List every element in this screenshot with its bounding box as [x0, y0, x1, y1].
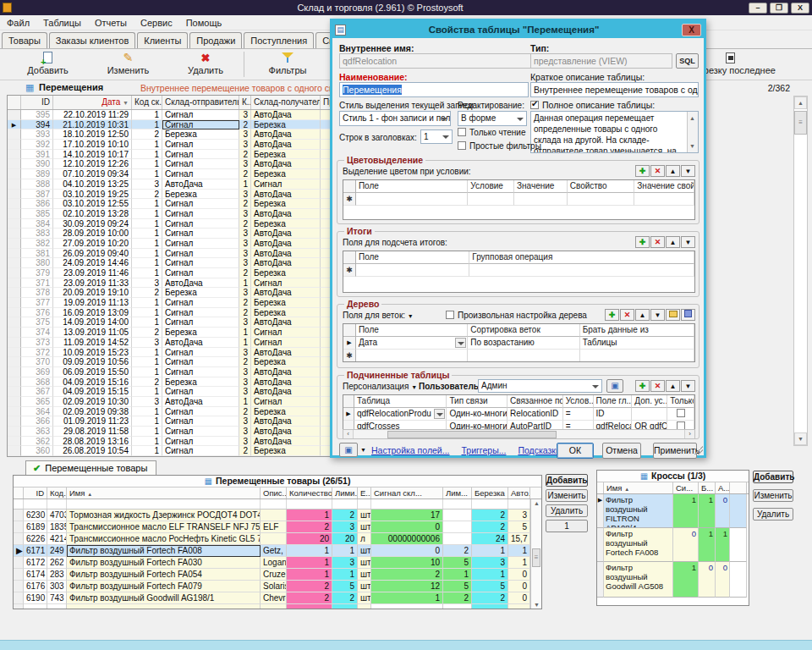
table-row[interactable]: 37616.09.2019 13:091Сигнал2Березка — [8, 308, 354, 318]
items-button-Изменить[interactable]: Изменить — [546, 489, 588, 502]
sql-button[interactable]: SQL — [676, 53, 699, 69]
column-header-Тип связи[interactable]: Тип связи — [447, 395, 508, 408]
table-row[interactable]: 61891835Трансмиссионное масло ELF TRANSE… — [14, 521, 541, 533]
color-rules-grid[interactable]: ПолеУсловиеЗначениеСвойствоЗначение свой… — [343, 179, 695, 220]
table-row[interactable]: Фильтр воздушный Goodwill AG508100 — [597, 562, 749, 598]
table-row[interactable]: 38328.09.2019 10:001Сигнал3АвтоДача — [8, 229, 354, 239]
toolbar-button-Изменить[interactable]: ✎Изменить — [89, 51, 167, 79]
personalization-menu[interactable]: Персонализация ▼ — [343, 382, 417, 391]
column-header-Значение[interactable]: Значение — [514, 180, 568, 193]
delete-row-icon[interactable]: ✕ — [650, 236, 665, 248]
column-header-Поле[interactable]: Поле — [356, 180, 468, 193]
table-row[interactable]: Фильтр воздушный Fortech FA008011 — [597, 528, 749, 562]
name-field[interactable]: Перемещения — [339, 82, 529, 97]
table-row[interactable]: 37009.09.2019 10:561Сигнал2Березка — [8, 357, 354, 367]
crosses-button-Добавить[interactable]: Добавить — [753, 471, 793, 483]
move-down-icon[interactable]: ▼ — [681, 380, 695, 392]
table-row[interactable]: ▶39421.10.2019 10:311Сигнал2Березка — [8, 120, 354, 130]
toolbar-button-Добавить[interactable]: +Добавить — [8, 51, 87, 79]
user-select[interactable]: Админ — [478, 379, 602, 393]
menu-item-Отчеты[interactable]: Отчеты — [88, 16, 134, 30]
ok-button[interactable]: ОК — [557, 443, 594, 459]
move-down-icon[interactable]: ▼ — [650, 309, 665, 321]
table-row[interactable]: 36502.09.2019 10:303АвтоДача1Сигнал — [8, 397, 354, 407]
filter-row[interactable] — [14, 499, 541, 510]
filter-cell[interactable] — [47, 499, 67, 509]
column-header-Поле гл...[interactable]: Поле гл... — [594, 395, 633, 408]
table-row[interactable]: 38227.09.2019 10:201Сигнал3АвтоДача — [8, 239, 354, 249]
move-up-icon[interactable]: ▲ — [666, 380, 680, 392]
table-row[interactable]: 36906.09.2019 15:501Сигнал3АвтоДача — [8, 367, 354, 377]
add-row-icon[interactable]: ✚ — [635, 165, 650, 177]
scrollbar-thumb[interactable]: ≡ — [532, 548, 540, 567]
delete-row-icon[interactable]: ✕ — [650, 165, 665, 177]
delete-row-icon[interactable]: ✕ — [620, 309, 634, 321]
filter-cell[interactable] — [443, 499, 472, 509]
scroll-down-icon[interactable]: ▼ — [794, 432, 807, 445]
minimize-button[interactable]: – — [749, 3, 767, 14]
filter-cell[interactable] — [287, 499, 332, 509]
column-header-Лими...[interactable]: Лими... — [332, 488, 358, 499]
column-header-Опис...[interactable]: Опис... — [261, 488, 287, 499]
table-row[interactable]: 36228.08.2019 13:161Сигнал3АвтоДача — [8, 437, 354, 447]
table-row[interactable]: 38603.10.2019 12:551Сигнал2Березка — [8, 199, 354, 209]
table-row[interactable]: 36704.09.2019 15:151Сигнал3АвтоДача — [8, 387, 354, 397]
add-row-icon[interactable]: ✚ — [635, 236, 650, 248]
resize-grip[interactable] — [694, 446, 703, 454]
readonly-checkbox[interactable]: Только чтение — [458, 128, 525, 137]
items-button-Удалить[interactable]: Удалить — [546, 504, 588, 517]
table-row[interactable]: ▶qdfRelocationProduОдин-ко-многимRelocat… — [343, 408, 694, 421]
table-row[interactable]: 36402.09.2019 09:381Сигнал2Березка — [8, 407, 354, 417]
dropdown-icon[interactable] — [455, 338, 466, 348]
table-row[interactable]: 39114.10.2019 10:171Сигнал2Березка — [8, 150, 354, 160]
table-row[interactable]: 38703.10.2019 19:252Березка3АвтоДача — [8, 190, 354, 200]
move-up-icon[interactable]: ▲ — [666, 236, 680, 248]
table-row[interactable]: 38126.09.2019 09:401Сигнал3АвтоДача — [8, 249, 354, 259]
table-row[interactable]: ▶ДатаПо возрастаниюТаблицы — [343, 337, 694, 350]
items-button-Добавить[interactable]: Добавить — [546, 474, 588, 487]
filter-cell[interactable] — [332, 499, 358, 509]
copy-settings-icon[interactable]: ▣ — [606, 379, 623, 393]
scroll-right-icon[interactable]: › — [684, 430, 694, 438]
subtables-grid[interactable]: ТаблицаТип связиСвязанное полеУслов...По… — [343, 394, 695, 431]
cancel-button[interactable]: Отмена — [602, 443, 641, 459]
table-row[interactable]: 37311.09.2019 14:523АвтоДача1Сигнал — [8, 338, 354, 348]
move-down-icon[interactable]: ▼ — [681, 236, 695, 248]
scroll-left-icon[interactable]: ‹ — [343, 430, 354, 438]
table-row[interactable]: ▶6171249Фильтр воздушный Fortech FA008Ge… — [14, 545, 541, 557]
copy-icon[interactable]: ▣ — [339, 443, 358, 457]
scroll-up-icon[interactable]: ▲ — [794, 96, 807, 109]
column-header-id[interactable]: ID — [21, 96, 53, 109]
rows-in-headers-select[interactable]: 1 — [420, 129, 453, 144]
table-row[interactable]: 37413.09.2019 11:052Березка1Сигнал — [8, 328, 354, 338]
table-row[interactable]: 39012.10.2019 12:261Сигнал3АвтоДача — [8, 159, 354, 169]
table-row[interactable]: 37719.09.2019 11:131Сигнал2Березка — [8, 298, 354, 308]
table-row[interactable]: ▶Фильтр воздушный FILTRON AP108/4110 — [597, 494, 749, 528]
column-header-Доп. ус...[interactable]: Доп. ус... — [632, 395, 667, 408]
tab-Клиенты[interactable]: Клиенты — [137, 32, 188, 48]
tab-Продажи[interactable]: Продажи — [189, 32, 242, 48]
column-header-Количество[interactable]: Количество — [287, 488, 332, 499]
chevron-down-icon[interactable]: ▼ — [360, 447, 366, 453]
column-header-Лим...[interactable]: Лим... — [443, 488, 472, 499]
menu-item-Таблицы[interactable]: Таблицы — [36, 16, 88, 30]
style-select[interactable]: Стиль 1 - фон записи и поля — [339, 111, 451, 126]
table-row[interactable]: 6172262Фильтр воздушный Fortech FA030Log… — [14, 557, 541, 569]
editing-select[interactable]: В форме — [458, 111, 527, 126]
table-row[interactable]: 36804.09.2019 15:162Березка3АвтоДача — [8, 377, 354, 388]
tab-Поступления[interactable]: Поступления — [244, 32, 314, 48]
short-desc-field[interactable]: Внутреннее перемещение товаров с одного … — [530, 82, 699, 97]
filter-cell[interactable] — [14, 499, 24, 509]
column-header-Сортировка веток[interactable]: Сортировка веток — [468, 324, 579, 337]
filter-cell[interactable] — [358, 499, 371, 509]
column-header-Березка ...[interactable]: Березка ... — [472, 488, 508, 499]
link-Настройка полей...[interactable]: Настройка полей... — [371, 445, 450, 455]
column-header-Авто...[interactable]: Авто... — [508, 488, 530, 499]
table-row[interactable]: 39522.10.2019 11:291Сигнал3АвтоДача — [8, 110, 354, 120]
table-row[interactable]: 62264214Трансмиссионное масло РосНефть K… — [14, 533, 541, 545]
table-row[interactable]: 37123.09.2019 11:333АвтоДача1Сигнал — [8, 278, 354, 289]
new-row[interactable]: ✱ — [343, 264, 694, 277]
scrollbar-thumb[interactable]: ≡ — [794, 111, 807, 135]
column-header-Сигнал скл...[interactable]: Сигнал скл... — [371, 488, 443, 499]
subtables-hscrollbar[interactable]: ‹ › — [343, 429, 695, 439]
